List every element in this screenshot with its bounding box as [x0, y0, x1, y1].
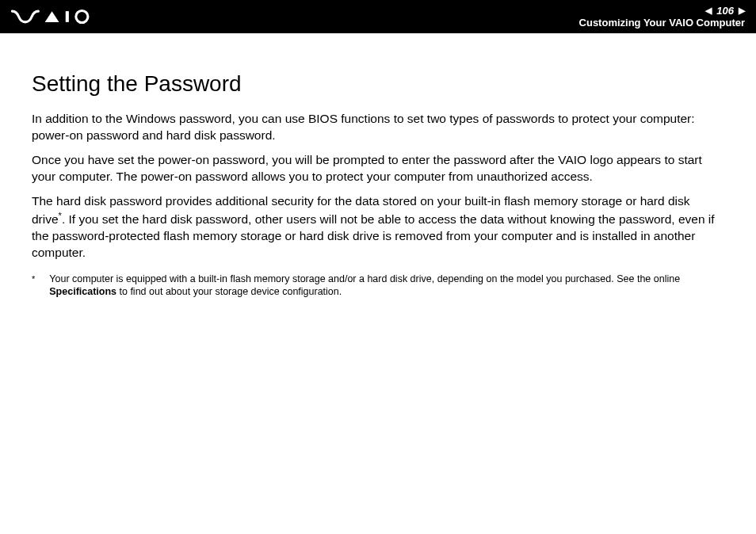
- paragraph-2: Once you have set the power-on password,…: [32, 152, 724, 185]
- header-right: ◀ 106 ▶ Customizing Your VAIO Computer: [579, 6, 745, 29]
- page-content: Setting the Password In addition to the …: [0, 33, 756, 299]
- svg-rect-0: [66, 11, 69, 22]
- footnote-part-a: Your computer is equipped with a built-i…: [49, 273, 680, 284]
- footnote: * Your computer is equipped with a built…: [32, 273, 724, 299]
- paragraph-1: In addition to the Windows password, you…: [32, 111, 724, 144]
- footnote-text: Your computer is equipped with a built-i…: [49, 273, 724, 299]
- para3-part-b: . If you set the hard disk password, oth…: [32, 212, 715, 259]
- paragraph-3: The hard disk password provides addition…: [32, 193, 724, 261]
- footnote-marker: *: [32, 273, 35, 299]
- vaio-logo: [11, 9, 98, 25]
- footnote-part-b: to find out about your storage device co…: [116, 286, 342, 297]
- vaio-logo-svg: [11, 9, 98, 25]
- page-number: 106: [716, 6, 734, 16]
- page-header: ◀ 106 ▶ Customizing Your VAIO Computer: [0, 0, 756, 33]
- page-navigation: ◀ 106 ▶: [579, 6, 745, 16]
- svg-point-1: [76, 10, 88, 22]
- next-page-arrow[interactable]: ▶: [739, 6, 745, 15]
- footnote-bold: Specifications: [49, 286, 116, 297]
- prev-page-arrow[interactable]: ◀: [705, 6, 712, 15]
- page-title: Setting the Password: [32, 71, 724, 97]
- header-subtitle: Customizing Your VAIO Computer: [579, 17, 745, 29]
